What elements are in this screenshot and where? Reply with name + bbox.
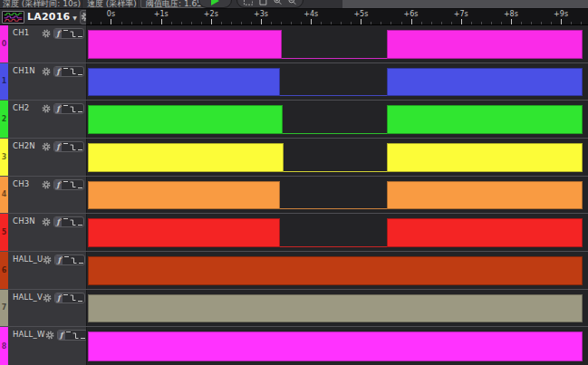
- trigger-low-level-icon[interactable]: [76, 103, 83, 114]
- trigger-options-group: ƒ: [53, 103, 84, 114]
- channel-name: CH1N: [13, 66, 35, 75]
- zoom-out-icon[interactable]: [288, 0, 296, 5]
- trigger-falling-edge-icon[interactable]: [72, 330, 80, 341]
- trigger-rising-edge-icon[interactable]: ƒ: [54, 179, 62, 190]
- channel-settings-gear-icon[interactable]: [42, 67, 51, 76]
- channel-waveform[interactable]: [86, 252, 588, 289]
- trigger-high-level-icon[interactable]: [62, 216, 69, 227]
- start-capture-button[interactable]: [198, 0, 232, 8]
- waveform-high-block: [387, 30, 583, 59]
- channel-settings-gear-icon[interactable]: [45, 331, 54, 340]
- trigger-rising-edge-icon[interactable]: ƒ: [54, 66, 62, 77]
- ruler-minor-tick: [401, 22, 402, 24]
- trigger-high-level-icon[interactable]: [65, 330, 72, 341]
- ruler-minor-tick: [451, 22, 452, 24]
- ruler-minor-tick: [91, 22, 92, 24]
- channel-row: 8 HALL_W ƒ: [0, 327, 588, 365]
- channel-number: 8: [2, 342, 7, 351]
- channel-settings-gear-icon[interactable]: [42, 180, 51, 189]
- waveform-high-block: [88, 256, 583, 285]
- trigger-low-level-icon[interactable]: [76, 28, 83, 39]
- channel-number: 3: [2, 153, 7, 161]
- waveform-high-block: [88, 143, 284, 172]
- waveform-high-block: [88, 218, 280, 247]
- ruler-tick-label: +9s: [554, 10, 568, 18]
- channel-waveform[interactable]: [86, 177, 588, 214]
- trigger-low-level-icon[interactable]: [77, 255, 84, 265]
- device-logo-waveform-icon: [2, 11, 24, 24]
- trigger-high-level-icon[interactable]: [62, 28, 69, 39]
- ruler-major-tick: [311, 19, 312, 24]
- device-dropdown-caret-icon[interactable]: ▼: [72, 14, 77, 21]
- trigger-rising-edge-icon[interactable]: ƒ: [54, 28, 62, 39]
- trigger-high-level-icon[interactable]: [62, 179, 69, 190]
- trigger-falling-edge-icon[interactable]: [69, 216, 76, 227]
- trigger-low-level-icon[interactable]: [76, 179, 83, 190]
- channel-row: 1 CH1N ƒ: [0, 63, 588, 101]
- channel-number: 4: [2, 190, 7, 198]
- trigger-high-level-icon[interactable]: [62, 103, 69, 114]
- fit-document-icon[interactable]: [259, 0, 266, 5]
- channel-waveform[interactable]: [86, 25, 588, 62]
- trigger-high-level-icon[interactable]: [63, 255, 70, 265]
- trigger-falling-edge-icon[interactable]: [70, 293, 77, 303]
- trigger-options-group: ƒ: [54, 293, 85, 303]
- trigger-high-level-icon[interactable]: [62, 66, 69, 77]
- channel-row: 0 CH1 ƒ: [0, 25, 588, 63]
- trigger-rising-edge-icon[interactable]: ƒ: [54, 103, 62, 114]
- trigger-low-level-icon[interactable]: [76, 66, 83, 77]
- trigger-falling-edge-icon[interactable]: [69, 141, 76, 152]
- zoom-in-icon[interactable]: [274, 0, 282, 5]
- ruler-minor-tick: [341, 22, 342, 24]
- ruler-minor-tick: [201, 22, 202, 24]
- trigger-options-group: ƒ: [54, 255, 85, 265]
- waveform-high-block: [387, 143, 583, 172]
- channel-waveform[interactable]: [86, 327, 588, 365]
- channel-settings-gear-icon[interactable]: [43, 255, 52, 264]
- channel-waveform[interactable]: [86, 63, 588, 101]
- channel-waveform[interactable]: [86, 290, 588, 327]
- trigger-rising-edge-icon[interactable]: ƒ: [58, 330, 65, 341]
- trigger-falling-edge-icon[interactable]: [69, 103, 76, 114]
- marquee-select-icon[interactable]: [244, 0, 253, 5]
- channel-color-strip: 5: [0, 214, 8, 251]
- trigger-high-level-icon[interactable]: [62, 141, 69, 152]
- channel-waveform[interactable]: [86, 101, 588, 138]
- channel-settings-gear-icon[interactable]: [42, 104, 51, 113]
- channel-row: 6 HALL_U ƒ: [0, 252, 588, 290]
- trigger-falling-edge-icon[interactable]: [70, 255, 77, 265]
- channel-settings-gear-icon[interactable]: [42, 29, 51, 38]
- device-name[interactable]: LA2016: [27, 11, 70, 23]
- channel-settings-gear-icon[interactable]: [42, 142, 51, 151]
- channel-settings-gear-icon[interactable]: [43, 293, 52, 303]
- ruler-minor-tick: [371, 22, 371, 24]
- trigger-rising-edge-icon[interactable]: ƒ: [54, 141, 62, 152]
- channel-row: 3 CH2N ƒ: [0, 139, 588, 177]
- timeline-ruler[interactable]: 0s+1s+2s+3s+4s+5s+6s+7s+8s+9s: [86, 9, 588, 25]
- trigger-high-level-icon[interactable]: [63, 293, 70, 303]
- ruler-minor-tick: [351, 22, 352, 24]
- waveform-high-block: [88, 294, 583, 323]
- ruler-minor-tick: [281, 22, 282, 24]
- toolbar-divider: [137, 0, 138, 9]
- trigger-low-level-icon[interactable]: [77, 293, 84, 303]
- trigger-rising-edge-icon[interactable]: ƒ: [55, 293, 63, 303]
- trigger-falling-edge-icon[interactable]: [69, 179, 76, 190]
- channel-settings-gear-icon[interactable]: [42, 217, 51, 226]
- ruler-tick-label: +8s: [504, 10, 518, 18]
- trigger-falling-edge-icon[interactable]: [69, 28, 76, 39]
- trigger-rising-edge-icon[interactable]: ƒ: [55, 255, 63, 265]
- trigger-rising-edge-icon[interactable]: ƒ: [54, 216, 62, 227]
- channel-row: 7 HALL_V ƒ: [0, 290, 588, 328]
- channel-color-strip: 0: [0, 25, 8, 62]
- trigger-falling-edge-icon[interactable]: [69, 66, 76, 77]
- waveform-low-line: [283, 133, 387, 134]
- trigger-low-level-icon[interactable]: [76, 216, 83, 227]
- top-toolbar: 深度 (采样时间: 10s) 速度 (采样率) 阈值电压: 1.65 V: [0, 0, 588, 9]
- ruler-minor-tick: [191, 22, 192, 24]
- trigger-low-level-icon[interactable]: [76, 141, 83, 152]
- channel-waveform[interactable]: [86, 214, 588, 251]
- channel-color-strip: 6: [0, 252, 8, 289]
- channel-waveform[interactable]: [86, 139, 588, 176]
- channel-name: HALL_V: [13, 293, 43, 302]
